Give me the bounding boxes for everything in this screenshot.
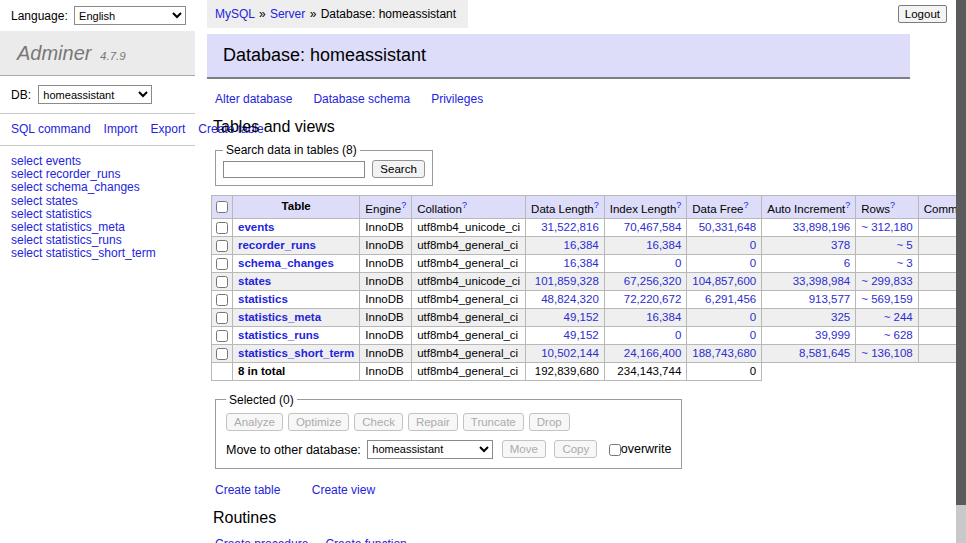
row-checkbox[interactable] [216, 258, 228, 270]
table-link-events[interactable]: events [238, 221, 274, 233]
truncate-button[interactable]: Truncate [463, 413, 524, 431]
vertical-scrollbar[interactable] [956, 0, 966, 543]
data-free-link[interactable]: 0 [750, 329, 756, 341]
scrollbar-thumb[interactable] [956, 0, 966, 505]
help-link[interactable]: ? [401, 200, 406, 210]
data-free-link[interactable]: 6,291,456 [705, 293, 756, 305]
search-input[interactable] [223, 161, 365, 178]
overwrite-checkbox[interactable] [609, 444, 621, 456]
data-length-link[interactable]: 49,152 [564, 329, 599, 341]
table-name-cell: schema_changes [233, 254, 360, 272]
rows-link[interactable]: ~ 244 [884, 311, 913, 323]
data-length-link[interactable]: 48,824,320 [541, 293, 599, 305]
table-link-recorder-runs[interactable]: recorder_runs [238, 239, 316, 251]
logout-button[interactable]: Logout [898, 5, 947, 23]
database-schema-link[interactable]: Database schema [313, 92, 410, 106]
sidebar-link-import[interactable]: Import [104, 122, 138, 136]
move-database-select[interactable]: homeassistant [367, 440, 493, 459]
data-length-link[interactable]: 10,502,144 [541, 347, 599, 359]
rows-link[interactable]: ~ 3 [896, 257, 912, 269]
auto-increment-link[interactable]: 33,898,196 [793, 221, 851, 233]
db-select[interactable]: homeassistant [38, 85, 152, 104]
auto-increment-link[interactable]: 33,398,984 [793, 275, 851, 287]
auto-increment-link[interactable]: 325 [831, 311, 850, 323]
auto-increment-link[interactable]: 913,577 [809, 293, 851, 305]
rows-link[interactable]: ~ 569,159 [861, 293, 912, 305]
rows-link[interactable]: ~ 299,833 [861, 275, 912, 287]
auto-increment-link[interactable]: 6 [844, 257, 850, 269]
breadcrumb-mysql-link[interactable]: MySQL [215, 7, 255, 21]
row-checkbox[interactable] [216, 312, 228, 324]
data-free-link[interactable]: 188,743,680 [692, 347, 756, 359]
selected-buttons-row: AnalyzeOptimizeCheckRepairTruncateDrop [226, 413, 671, 431]
rows-link[interactable]: ~ 312,180 [861, 221, 912, 233]
table-link-statistics-short-term[interactable]: statistics_short_term [238, 347, 354, 359]
table-link-schema-changes[interactable]: schema_changes [238, 257, 334, 269]
index-length-link[interactable]: 70,467,584 [624, 221, 682, 233]
sidebar-link-export[interactable]: Export [151, 122, 186, 136]
create-table-link[interactable]: Create table [215, 483, 280, 497]
row-checkbox[interactable] [216, 276, 228, 288]
row-checkbox[interactable] [216, 222, 228, 234]
sidebar-link-sql-command[interactable]: SQL command [11, 122, 91, 136]
help-link[interactable]: ? [594, 200, 599, 210]
index-length-link[interactable]: 67,256,320 [624, 275, 682, 287]
create-function-link[interactable]: Create function [325, 537, 406, 543]
copy-button[interactable]: Copy [554, 440, 597, 458]
engine-cell: InnoDB [360, 236, 412, 254]
row-checkbox[interactable] [216, 294, 228, 306]
data-length-link[interactable]: 101,859,328 [535, 275, 599, 287]
index-length-link[interactable]: 24,166,400 [624, 347, 682, 359]
data-length-link[interactable]: 16,384 [564, 239, 599, 251]
sidebar-select-statistics-short-term-link[interactable]: select statistics_short_term [11, 247, 184, 260]
repair-button[interactable]: Repair [408, 413, 458, 431]
select-all-checkbox[interactable] [216, 201, 228, 213]
help-link[interactable]: ? [462, 200, 467, 210]
table-link-states[interactable]: states [238, 275, 271, 287]
alter-database-link[interactable]: Alter database [215, 92, 292, 106]
data-free-link[interactable]: 50,331,648 [699, 221, 757, 233]
rows-link[interactable]: ~ 136,108 [861, 347, 912, 359]
index-length-link[interactable]: 0 [675, 329, 681, 341]
data-free-link[interactable]: 0 [750, 239, 756, 251]
help-link[interactable]: ? [890, 200, 895, 210]
data-free-link[interactable]: 0 [750, 311, 756, 323]
row-checkbox[interactable] [216, 330, 228, 342]
help-link[interactable]: ? [676, 200, 681, 210]
search-button[interactable]: Search [372, 160, 424, 178]
check-button[interactable]: Check [354, 413, 403, 431]
move-button[interactable]: Move [502, 440, 546, 458]
auto-increment-link[interactable]: 39,999 [815, 329, 850, 341]
data-length-link[interactable]: 16,384 [564, 257, 599, 269]
analyze-button[interactable]: Analyze [226, 413, 283, 431]
data-length-link[interactable]: 31,522,816 [541, 221, 599, 233]
index-length-link[interactable]: 16,384 [646, 311, 681, 323]
rows-cell: ~ 569,159 [856, 290, 918, 308]
drop-button[interactable]: Drop [529, 413, 570, 431]
data-free-link[interactable]: 104,857,600 [692, 275, 756, 287]
data-length-link[interactable]: 49,152 [564, 311, 599, 323]
help-link[interactable]: ? [743, 200, 748, 210]
row-checkbox[interactable] [216, 348, 228, 360]
rows-link[interactable]: ~ 628 [884, 329, 913, 341]
optimize-button[interactable]: Optimize [288, 413, 349, 431]
row-checkbox[interactable] [216, 240, 228, 252]
index-length-link[interactable]: 16,384 [646, 239, 681, 251]
table-link-statistics-runs[interactable]: statistics_runs [238, 329, 319, 341]
language-select[interactable]: English [74, 6, 186, 25]
auto-increment-link[interactable]: 378 [831, 239, 850, 251]
rows-link[interactable]: ~ 5 [896, 239, 912, 251]
breadcrumb-server-link[interactable]: Server [270, 7, 305, 21]
help-link[interactable]: ? [845, 200, 850, 210]
sidebar-select-states-link[interactable]: select states [11, 195, 184, 208]
auto-increment-link[interactable]: 8,581,645 [799, 347, 850, 359]
table-link-statistics-meta[interactable]: statistics_meta [238, 311, 321, 323]
sidebar-select-schema-changes-link[interactable]: select schema_changes [11, 181, 184, 194]
create-procedure-link[interactable]: Create procedure [215, 537, 308, 543]
data-free-link[interactable]: 0 [750, 257, 756, 269]
index-length-link[interactable]: 0 [675, 257, 681, 269]
table-link-statistics[interactable]: statistics [238, 293, 288, 305]
index-length-link[interactable]: 72,220,672 [624, 293, 682, 305]
create-view-link[interactable]: Create view [312, 483, 375, 497]
privileges-link[interactable]: Privileges [431, 92, 483, 106]
